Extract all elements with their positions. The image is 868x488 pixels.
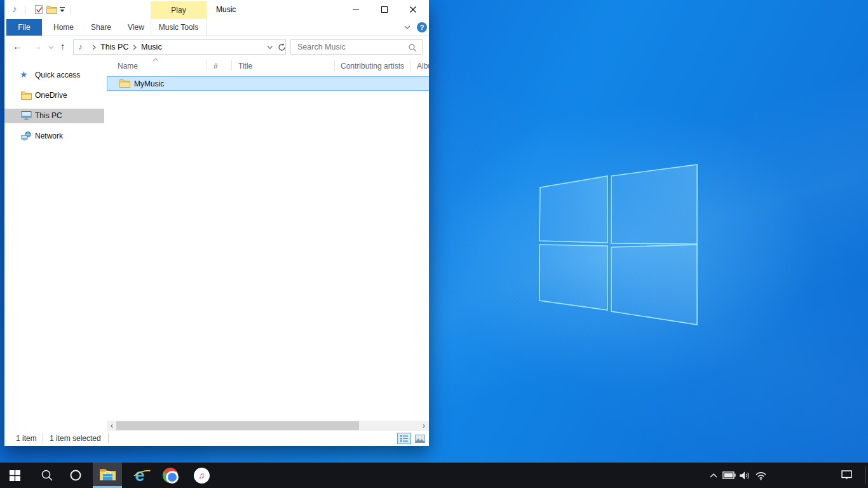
music-note-location-icon: ♪	[78, 42, 83, 51]
chrome-button[interactable]	[156, 463, 185, 488]
sidebar-item-label: OneDrive	[35, 91, 67, 100]
internet-explorer-button[interactable]: e	[125, 463, 154, 488]
scroll-left-arrow[interactable]: ‹	[107, 421, 117, 431]
navigation-pane: ★ Quick access OneDrive This PC	[4, 57, 104, 421]
help-button[interactable]: ?	[417, 22, 427, 32]
sidebar-item-network[interactable]: Network	[4, 129, 104, 144]
sidebar-item-onedrive[interactable]: OneDrive	[4, 88, 104, 103]
column-divider[interactable]	[334, 60, 335, 71]
cortana-circle-icon	[69, 469, 82, 482]
minimize-button[interactable]	[341, 0, 370, 19]
breadcrumb-this-pc[interactable]: This PC	[100, 43, 128, 51]
breadcrumb-chevron-icon	[132, 44, 137, 50]
windows-start-icon	[10, 470, 20, 481]
tab-share[interactable]: Share	[83, 19, 119, 36]
file-row-mymusic[interactable]: MyMusic	[107, 76, 429, 91]
taskbar-search-button[interactable]	[32, 463, 62, 488]
divider	[276, 41, 276, 53]
search-input[interactable]	[297, 41, 402, 53]
sidebar-item-label: This PC	[35, 111, 62, 120]
action-center-bubble-icon	[841, 470, 853, 480]
ribbon-collapse-button[interactable]	[403, 23, 412, 32]
tab-file[interactable]: File	[6, 19, 42, 36]
onedrive-folder-icon	[21, 90, 32, 100]
qat-properties-button[interactable]	[32, 3, 45, 16]
item-count: 1 item	[16, 434, 37, 443]
qat-customize-dropdown[interactable]	[58, 6, 66, 13]
desktop: ♪ Play Musi	[0, 0, 868, 488]
address-bar[interactable]: ♪ This PC Music	[73, 39, 286, 55]
divider	[108, 433, 109, 443]
music-tools-play-header[interactable]: Play	[151, 1, 207, 19]
show-desktop-button[interactable]	[865, 466, 865, 484]
address-dropdown-button[interactable]	[266, 44, 274, 51]
column-divider[interactable]	[207, 60, 207, 71]
scroll-right-arrow[interactable]: ›	[419, 421, 429, 431]
start-button[interactable]	[0, 463, 29, 488]
tray-show-hidden-icons-button[interactable]	[705, 463, 722, 488]
tray-volume-icon[interactable]	[736, 463, 753, 488]
close-button[interactable]	[398, 0, 427, 19]
speaker-icon	[739, 471, 751, 480]
refresh-button[interactable]	[277, 42, 287, 53]
chrome-icon	[163, 468, 178, 483]
tab-music-tools[interactable]: Music Tools	[151, 19, 207, 36]
scrollbar-thumb[interactable]	[116, 421, 359, 430]
breadcrumb-chevron-icon	[92, 44, 97, 50]
tab-home[interactable]: Home	[44, 19, 83, 36]
qat-new-folder-button[interactable]	[45, 3, 58, 16]
details-view-button[interactable]	[397, 433, 411, 444]
horizontal-scrollbar[interactable]: ‹ ›	[107, 421, 429, 431]
divider	[43, 433, 43, 443]
close-icon	[409, 6, 417, 13]
minimize-icon	[352, 6, 360, 13]
this-pc-monitor-icon	[21, 111, 32, 121]
back-button[interactable]: ←	[13, 41, 22, 51]
breadcrumb-music[interactable]: Music	[141, 43, 162, 51]
column-header-album[interactable]: Album	[417, 62, 429, 71]
folder-icon	[46, 5, 57, 14]
sidebar-item-label: Network	[35, 132, 63, 140]
column-header-title[interactable]: Title	[238, 62, 252, 71]
file-explorer-icon	[99, 468, 116, 481]
maximize-icon	[381, 6, 388, 13]
up-button[interactable]: ↑	[60, 41, 65, 51]
divider	[71, 5, 71, 14]
search-box[interactable]	[290, 39, 423, 55]
column-header-name[interactable]: Name	[118, 62, 138, 71]
sidebar-item-quick-access[interactable]: ★ Quick access	[4, 68, 104, 83]
music-note-window-icon: ♪	[12, 3, 17, 14]
search-icon	[41, 469, 53, 482]
internet-explorer-icon: e	[135, 467, 144, 484]
folder-icon	[119, 79, 130, 88]
sidebar-item-this-pc[interactable]: This PC	[4, 109, 104, 123]
sort-ascending-icon	[153, 58, 159, 62]
tab-view[interactable]: View	[119, 19, 153, 36]
action-center-button[interactable]	[839, 463, 855, 488]
recent-locations-dropdown[interactable]	[48, 44, 55, 51]
file-name: MyMusic	[134, 79, 164, 88]
tray-network-wifi-icon[interactable]	[752, 463, 769, 488]
checkmark-document-icon	[34, 4, 44, 15]
forward-button[interactable]: →	[32, 41, 42, 51]
column-header-contributing-artists[interactable]: Contributing artists	[341, 62, 404, 71]
sidebar-item-label: Quick access	[35, 71, 80, 79]
tray-battery-icon[interactable]	[721, 463, 737, 488]
navigation-bar: ← → ↑ ♪ This PC Music	[4, 37, 429, 57]
cortana-button[interactable]	[61, 463, 90, 488]
quick-access-star-icon: ★	[20, 69, 28, 79]
itunes-button[interactable]: ♫	[187, 463, 216, 488]
maximize-button[interactable]	[370, 0, 398, 19]
taskbar-file-explorer-button[interactable]	[93, 463, 122, 488]
column-divider[interactable]	[410, 60, 411, 71]
chevron-down-icon	[403, 23, 412, 32]
window-title: Music	[216, 5, 236, 14]
selected-count: 1 item selected	[50, 434, 101, 443]
divider	[25, 5, 25, 14]
title-bar: ♪ Play Musi	[4, 0, 429, 19]
details-view-icon	[400, 435, 409, 442]
file-list-pane: Name # Title Contributing artists Album …	[107, 57, 429, 421]
column-header-number[interactable]: #	[214, 62, 218, 71]
thumbnail-view-button[interactable]	[413, 433, 427, 444]
column-divider[interactable]	[231, 60, 232, 71]
